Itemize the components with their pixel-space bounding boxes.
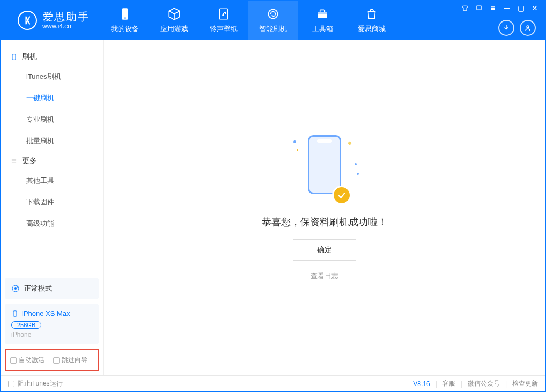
menu-icon[interactable]: ≡ (489, 4, 497, 12)
tab-ringtones[interactable]: 铃声壁纸 (199, 1, 248, 40)
check-badge-icon (332, 186, 351, 205)
tab-label: 铃声壁纸 (210, 24, 238, 34)
tab-label: 智能刷机 (259, 24, 287, 34)
checkbox-label: 跳过向导 (62, 356, 87, 365)
checkbox-skip-guide[interactable]: 跳过向导 (53, 356, 87, 365)
success-illustration (292, 135, 357, 205)
app-url: www.i4.cn (42, 23, 90, 30)
mode-icon (11, 284, 20, 293)
svg-rect-14 (13, 310, 17, 316)
device-info-box[interactable]: iPhone XS Max 256GB iPhone (5, 304, 99, 344)
tab-label: 应用游戏 (160, 24, 188, 34)
download-button[interactable] (498, 20, 514, 36)
header-actions (498, 20, 536, 36)
app-logo: 爱思助手 www.i4.cn (7, 11, 100, 30)
device-icon (10, 53, 18, 61)
device-mode-box[interactable]: 正常模式 (5, 278, 99, 299)
phone-small-icon (11, 310, 19, 317)
header-bar: 爱思助手 www.i4.cn 我的设备 应用游戏 铃声壁纸 智能刷机 工具箱 爱… (1, 1, 545, 40)
tab-toolbox[interactable]: 工具箱 (298, 1, 347, 40)
version-label: V8.16 (413, 380, 430, 388)
svg-rect-10 (12, 54, 16, 60)
user-button[interactable] (520, 20, 536, 36)
tab-label: 爱思商城 (358, 24, 386, 34)
mode-label: 正常模式 (24, 284, 52, 293)
refresh-shield-icon (266, 7, 280, 21)
logo-icon (18, 11, 37, 30)
minimize-icon[interactable]: ─ (503, 4, 511, 12)
feedback-icon[interactable] (475, 4, 483, 12)
toolbox-icon (315, 7, 329, 21)
view-log-link[interactable]: 查看日志 (311, 271, 338, 281)
tab-label: 我的设备 (111, 24, 139, 34)
tab-smart-flash[interactable]: 智能刷机 (248, 1, 298, 40)
sidebar-item-pro-flash[interactable]: 专业刷机 (1, 109, 103, 130)
tab-my-device[interactable]: 我的设备 (100, 1, 150, 40)
close-icon[interactable]: ✕ (530, 4, 539, 12)
app-name: 爱思助手 (42, 11, 90, 23)
phone-graphic (308, 135, 341, 194)
svg-rect-6 (320, 10, 325, 12)
svg-point-9 (527, 26, 529, 28)
svg-point-3 (222, 14, 224, 16)
sidebar-item-oneclick-flash[interactable]: 一键刷机 (1, 87, 103, 109)
checkbox-auto-activate[interactable]: 自动激活 (10, 356, 45, 365)
device-capacity: 256GB (11, 321, 41, 329)
svg-rect-7 (318, 12, 327, 14)
svg-point-1 (124, 18, 126, 19)
checkbox-icon (10, 357, 17, 364)
sidebar-item-batch-flash[interactable]: 批量刷机 (1, 130, 103, 152)
svg-point-4 (268, 9, 277, 18)
sidebar-item-other-tools[interactable]: 其他工具 (1, 170, 103, 191)
checkbox-icon (8, 381, 14, 387)
titlebar-controls: ≡ ─ ▢ ✕ (461, 4, 539, 12)
file-music-icon (217, 7, 231, 21)
sidebar: 刷机 iTunes刷机 一键刷机 专业刷机 批量刷机 更多 其他工具 下载固件 … (1, 40, 104, 375)
svg-point-12 (14, 287, 17, 290)
checkbox-label: 自动激活 (19, 356, 45, 365)
nav-tabs: 我的设备 应用游戏 铃声壁纸 智能刷机 工具箱 爱思商城 (100, 1, 396, 40)
sidebar-item-itunes-flash[interactable]: iTunes刷机 (1, 66, 103, 87)
footer-link-update[interactable]: 检查更新 (512, 379, 538, 388)
flash-options-row: 自动激活 跳过向导 (5, 349, 99, 371)
main-content: 恭喜您，保资料刷机成功啦！ 确定 查看日志 (104, 40, 545, 375)
maximize-icon[interactable]: ▢ (517, 4, 525, 12)
device-type: iPhone (11, 331, 92, 338)
section-title: 更多 (22, 156, 37, 166)
sidebar-item-advanced[interactable]: 高级功能 (1, 213, 103, 234)
tab-store[interactable]: 爱思商城 (347, 1, 396, 40)
svg-rect-8 (476, 6, 481, 10)
confirm-button[interactable]: 确定 (293, 239, 356, 261)
list-icon (10, 157, 18, 165)
sidebar-item-download-firmware[interactable]: 下载固件 (1, 191, 103, 213)
sidebar-section-more: 更多 (1, 152, 103, 170)
sidebar-section-flash: 刷机 (1, 48, 103, 66)
phone-icon (118, 7, 132, 21)
device-name: iPhone XS Max (11, 309, 92, 317)
tab-label: 工具箱 (312, 24, 333, 34)
section-title: 刷机 (22, 52, 37, 62)
footer-bar: 阻止iTunes运行 V8.16 | 客服 | 微信公众号 | 检查更新 (1, 375, 545, 391)
bag-icon (365, 7, 379, 21)
skin-icon[interactable] (461, 4, 469, 12)
checkbox-icon (53, 357, 60, 364)
footer-link-support[interactable]: 客服 (442, 379, 455, 388)
svg-point-13 (17, 286, 19, 288)
checkbox-label: 阻止iTunes运行 (18, 379, 63, 388)
success-message: 恭喜您，保资料刷机成功啦！ (262, 216, 387, 228)
footer-block-itunes[interactable]: 阻止iTunes运行 (8, 379, 63, 388)
footer-link-wechat[interactable]: 微信公众号 (468, 379, 500, 388)
box-icon (167, 7, 181, 21)
tab-apps[interactable]: 应用游戏 (150, 1, 199, 40)
